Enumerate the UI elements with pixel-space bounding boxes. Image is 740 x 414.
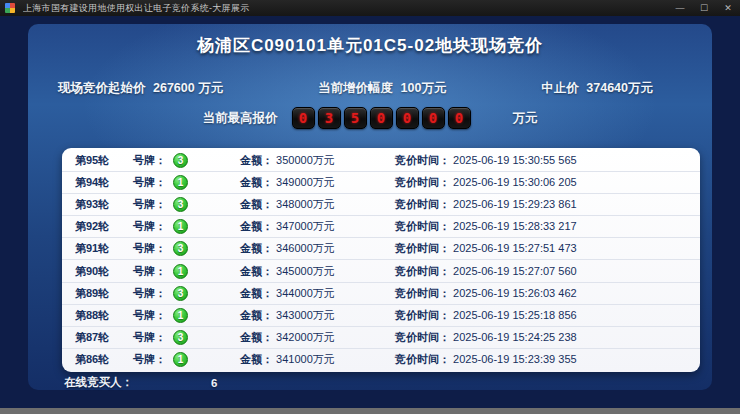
time-value: 2025-06-19 15:27:51 473 <box>453 242 577 254</box>
bid-digit: 0 <box>292 107 315 129</box>
ceiling-price-label: 中止价 <box>541 81 579 95</box>
round-number: 第90轮 <box>75 264 133 279</box>
plate-cell: 号牌： 3 <box>133 153 240 168</box>
bidder-plate-badge: 3 <box>173 153 188 168</box>
bid-round-row: 第88轮 号牌： 1 金额： 343000万元 竞价时间： 2025-06-19… <box>62 305 700 327</box>
start-price: 现场竞价起始价 267600 万元 <box>58 80 223 97</box>
time-label: 竞价时间： <box>395 353 450 365</box>
bidder-plate-badge: 1 <box>173 175 188 190</box>
time-value: 2025-06-19 15:23:39 355 <box>453 353 577 365</box>
plate-cell: 号牌： 3 <box>133 286 240 301</box>
plate-label: 号牌： <box>133 153 166 168</box>
amount-value: 346000万元 <box>276 242 335 254</box>
start-price-value: 267600 万元 <box>153 81 223 95</box>
plate-label: 号牌： <box>133 330 166 345</box>
bid-digit: 0 <box>396 107 419 129</box>
amount-value: 347000万元 <box>276 220 335 232</box>
maximize-icon[interactable]: ☐ <box>692 0 716 16</box>
time-cell: 竞价时间： 2025-06-19 15:30:55 565 <box>395 153 700 168</box>
plate-label: 号牌： <box>133 264 166 279</box>
round-number: 第87轮 <box>75 330 133 345</box>
minimize-icon[interactable]: — <box>668 0 692 16</box>
time-value: 2025-06-19 15:27:07 560 <box>453 265 577 277</box>
amount-label: 金额： <box>240 265 273 277</box>
plate-label: 号牌： <box>133 241 166 256</box>
time-value: 2025-06-19 15:25:18 856 <box>453 309 577 321</box>
round-number: 第91轮 <box>75 241 133 256</box>
bid-round-row: 第93轮 号牌： 3 金额： 348000万元 竞价时间： 2025-06-19… <box>62 194 700 216</box>
window-title: 上海市国有建设用地使用权出让电子竞价系统-大屏展示 <box>23 2 668 15</box>
amount-value: 344000万元 <box>276 287 335 299</box>
bid-digit: 5 <box>344 107 367 129</box>
time-label: 竞价时间： <box>395 287 450 299</box>
amount-cell: 金额： 348000万元 <box>240 197 395 212</box>
ceiling-price-value: 374640万元 <box>586 81 653 95</box>
time-cell: 竞价时间： 2025-06-19 15:26:03 462 <box>395 286 700 301</box>
increment-value: 100万元 <box>401 81 447 95</box>
plate-label: 号牌： <box>133 286 166 301</box>
highest-bid-row: 当前最高报价 0350000 万元 <box>0 107 740 129</box>
time-value: 2025-06-19 15:29:23 861 <box>453 198 577 210</box>
time-cell: 竞价时间： 2025-06-19 15:29:23 861 <box>395 197 700 212</box>
time-value: 2025-06-19 15:26:03 462 <box>453 287 577 299</box>
time-cell: 竞价时间： 2025-06-19 15:27:07 560 <box>395 264 700 279</box>
amount-label: 金额： <box>240 331 273 343</box>
round-number: 第94轮 <box>75 175 133 190</box>
start-price-label: 现场竞价起始价 <box>58 81 146 95</box>
bidder-plate-badge: 3 <box>173 286 188 301</box>
time-cell: 竞价时间： 2025-06-19 15:28:33 217 <box>395 219 700 234</box>
online-bidders-count: 6 <box>211 377 217 389</box>
page-title: 杨浦区C090101单元01C5-02地块现场竞价 <box>0 34 740 57</box>
bid-digit: 0 <box>370 107 393 129</box>
increment: 当前增价幅度 100万元 <box>318 80 446 97</box>
time-cell: 竞价时间： 2025-06-19 15:23:39 355 <box>395 352 700 367</box>
screen-edge-strip <box>0 408 740 414</box>
bidder-plate-badge: 1 <box>173 264 188 279</box>
close-icon[interactable]: ✕ <box>716 0 740 16</box>
time-label: 竞价时间： <box>395 220 450 232</box>
plate-cell: 号牌： 3 <box>133 330 240 345</box>
bid-round-row: 第95轮 号牌： 3 金额： 350000万元 竞价时间： 2025-06-19… <box>62 150 700 172</box>
amount-cell: 金额： 344000万元 <box>240 286 395 301</box>
highest-bid-digit-display: 0350000 <box>292 107 471 129</box>
amount-cell: 金额： 345000万元 <box>240 264 395 279</box>
round-number: 第95轮 <box>75 153 133 168</box>
bid-round-row: 第92轮 号牌： 1 金额： 347000万元 竞价时间： 2025-06-19… <box>62 216 700 238</box>
amount-cell: 金额： 342000万元 <box>240 330 395 345</box>
plate-cell: 号牌： 1 <box>133 175 240 190</box>
bidder-plate-badge: 1 <box>173 219 188 234</box>
bid-digit: 3 <box>318 107 341 129</box>
time-cell: 竞价时间： 2025-06-19 15:27:51 473 <box>395 241 700 256</box>
round-number: 第89轮 <box>75 286 133 301</box>
bidder-plate-badge: 1 <box>173 352 188 367</box>
amount-value: 343000万元 <box>276 309 335 321</box>
time-label: 竞价时间： <box>395 242 450 254</box>
amount-label: 金额： <box>240 353 273 365</box>
amount-label: 金额： <box>240 242 273 254</box>
amount-cell: 金额： 347000万元 <box>240 219 395 234</box>
plate-label: 号牌： <box>133 308 166 323</box>
amount-cell: 金额： 346000万元 <box>240 241 395 256</box>
amount-label: 金额： <box>240 154 273 166</box>
amount-value: 341000万元 <box>276 353 335 365</box>
plate-cell: 号牌： 3 <box>133 241 240 256</box>
amount-value: 349000万元 <box>276 176 335 188</box>
window-controls: — ☐ ✕ <box>668 0 740 16</box>
plate-label: 号牌： <box>133 352 166 367</box>
plate-label: 号牌： <box>133 219 166 234</box>
amount-cell: 金额： 349000万元 <box>240 175 395 190</box>
amount-label: 金额： <box>240 176 273 188</box>
increment-label: 当前增价幅度 <box>318 81 393 95</box>
online-bidders-status: 在线竞买人： 6 <box>64 375 217 390</box>
time-label: 竞价时间： <box>395 176 450 188</box>
bid-round-row: 第94轮 号牌： 1 金额： 349000万元 竞价时间： 2025-06-19… <box>62 172 700 194</box>
highest-bid-label: 当前最高报价 <box>203 110 278 127</box>
ceiling-price: 中止价 374640万元 <box>541 80 653 97</box>
time-label: 竞价时间： <box>395 265 450 277</box>
amount-value: 342000万元 <box>276 331 335 343</box>
time-label: 竞价时间： <box>395 198 450 210</box>
bidder-plate-badge: 3 <box>173 241 188 256</box>
amount-cell: 金额： 350000万元 <box>240 153 395 168</box>
round-number: 第88轮 <box>75 308 133 323</box>
bidder-plate-badge: 3 <box>173 197 188 212</box>
